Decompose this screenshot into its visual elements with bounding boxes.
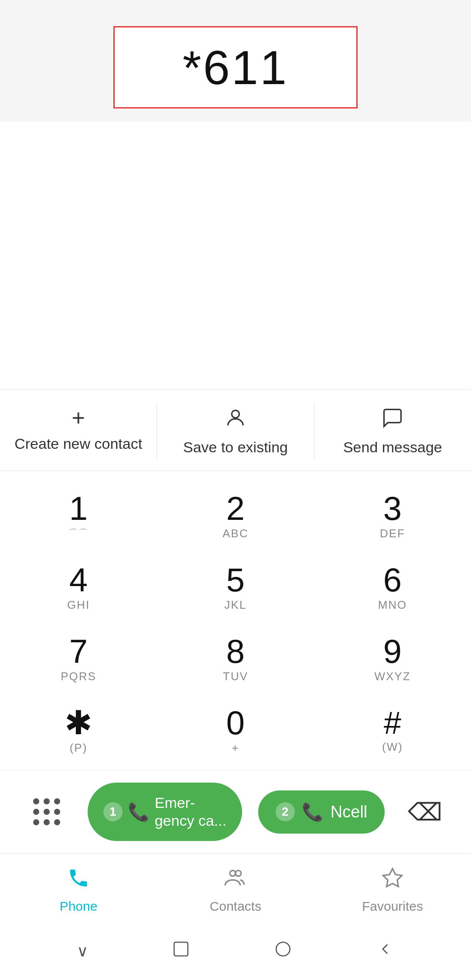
nav-phone[interactable]: Phone [0,867,157,914]
dialer-top: *611 [0,0,471,122]
dial-key-3[interactable]: 3 DEF [314,480,471,551]
backspace-button[interactable]: ⌫ [401,791,449,833]
dial-key-8[interactable]: 8 TUV [157,623,314,694]
spacer-area [0,122,471,390]
contacts-nav-label: Contacts [210,899,261,914]
dial-key-5[interactable]: 5 JKL [157,551,314,623]
person-icon [224,407,247,433]
dialpad-row-4: ✱ (P) 0 + # (W) [0,694,471,766]
system-back-button[interactable]: ∨ [68,938,97,965]
nav-favourites[interactable]: Favourites [314,867,471,914]
sim1-badge: 1 [103,802,123,821]
dial-key-6[interactable]: 6 MNO [314,551,471,623]
create-contact-label: Create new contact [14,435,142,452]
system-menu-button[interactable] [367,936,403,967]
svg-rect-4 [174,942,188,956]
call-icon-2: 📞 [302,802,324,822]
phone-number-display: *611 [183,40,288,95]
bottom-actions-row: 1 📞 Emer-gency ca... 2 📞 Ncell ⌫ [0,770,471,853]
dialpad-toggle-button[interactable] [22,787,72,837]
svg-point-1 [230,871,236,876]
dialpad-row-2: 4 GHI 5 JKL 6 MNO [0,551,471,623]
dial-key-star[interactable]: ✱ (P) [0,694,157,766]
nav-contacts[interactable]: Contacts [157,867,314,914]
bottom-nav-bar: Phone Contacts Favourites [0,853,471,922]
system-home-button[interactable] [163,936,199,967]
sim2-badge: 2 [276,802,295,821]
chat-icon [381,407,404,433]
dial-key-2[interactable]: 2 ABC [157,480,314,551]
dots-grid-icon [29,794,65,830]
dial-key-4[interactable]: 4 GHI [0,551,157,623]
ncell-call-button[interactable]: 2 📞 Ncell [258,790,385,834]
svg-point-0 [232,410,239,418]
svg-marker-3 [383,868,402,886]
contacts-nav-icon [224,867,247,895]
dial-key-9[interactable]: 9 WXYZ [314,623,471,694]
phone-input-box[interactable]: *611 [113,26,358,109]
backspace-icon: ⌫ [408,798,442,826]
dialpad-row-1: 1 ⌒⌒ 2 ABC 3 DEF [0,480,471,551]
dial-key-1[interactable]: 1 ⌒⌒ [0,480,157,551]
save-to-existing-button[interactable]: Save to existing [157,402,314,460]
svg-point-2 [236,871,241,876]
send-message-button[interactable]: Send message [314,402,471,460]
dialpad: 1 ⌒⌒ 2 ABC 3 DEF 4 GHI 5 JKL 6 MNO 7 PQR… [0,471,471,770]
dial-key-hash[interactable]: # (W) [314,694,471,766]
call-icon-1: 📞 [128,802,150,822]
system-nav-bar: ∨ [0,922,471,980]
star-nav-icon [381,867,404,895]
dial-key-0[interactable]: 0 + [157,694,314,766]
create-new-contact-button[interactable]: + Create new contact [0,402,157,460]
send-message-label: Send message [343,439,442,456]
phone-nav-label: Phone [60,899,98,914]
save-existing-label: Save to existing [183,439,288,456]
emergency-call-button[interactable]: 1 📞 Emer-gency ca... [88,783,242,841]
action-row: + Create new contact Save to existing Se… [0,390,471,471]
phone-nav-icon [67,867,90,895]
dialpad-row-3: 7 PQRS 8 TUV 9 WXYZ [0,623,471,694]
favourites-nav-label: Favourites [362,899,423,914]
ncell-call-label: Ncell [331,803,367,821]
svg-point-5 [276,942,290,956]
plus-icon: + [72,407,85,429]
emergency-call-label: Emer-gency ca... [155,794,226,830]
system-recents-button[interactable] [265,936,301,967]
dial-key-7[interactable]: 7 PQRS [0,623,157,694]
